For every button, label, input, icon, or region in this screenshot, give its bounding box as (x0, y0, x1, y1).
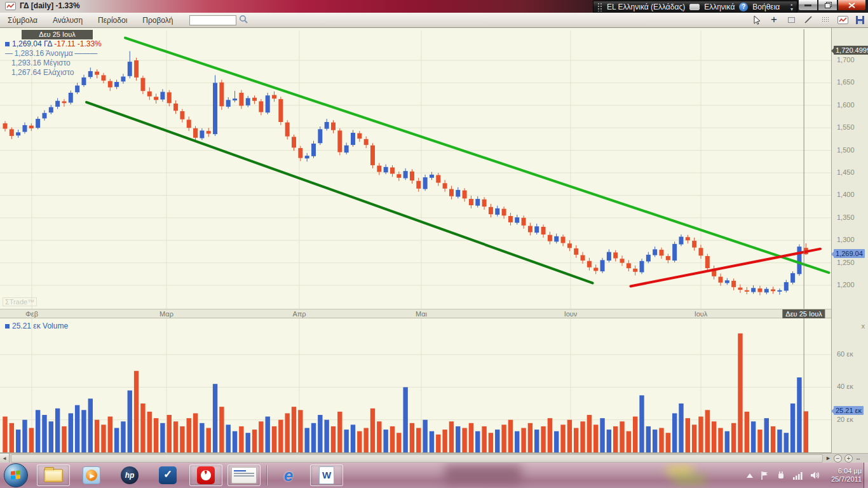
volume-bar (266, 417, 270, 452)
taskbar-media-player-button[interactable]: ▶ (75, 464, 108, 486)
fit-width-button[interactable]: ↔ (855, 455, 861, 461)
volume-bar (442, 430, 447, 452)
langbar-options-button[interactable]: ▪▾ (790, 3, 793, 11)
quote-last-row: 1,269.04 ΓΔ -17.11 -1.33% (5, 39, 102, 49)
taskbar-check-app-button[interactable]: ✓ (151, 464, 184, 486)
volume-bar (147, 412, 152, 452)
internet-explorer-icon: e (284, 466, 293, 485)
candle-body (108, 81, 112, 88)
taskbar-word-button[interactable]: W (310, 464, 343, 486)
save-icon[interactable] (854, 14, 865, 25)
candle-body (456, 190, 460, 197)
chart-type-icon[interactable] (837, 14, 848, 25)
last-volume-tag: 25.21 εκ (834, 406, 864, 415)
volume-bar (764, 418, 769, 452)
show-desktop-button[interactable] (864, 463, 868, 488)
power-plug-icon[interactable] (776, 471, 785, 480)
volume-bar (397, 433, 401, 452)
volume-pane[interactable] (0, 318, 831, 453)
language-bar[interactable]: EL Ελληνικά (Ελλάδας) Ελληνικά ? Βοήθεια… (593, 1, 797, 13)
volume-bar (607, 430, 611, 452)
candle-body (522, 218, 526, 226)
zoom-in-button[interactable]: + (844, 454, 853, 463)
show-hidden-icons-button[interactable] (747, 473, 753, 478)
volume-speaker-icon[interactable] (811, 471, 821, 480)
volume-bar (548, 418, 552, 452)
network-signal-icon[interactable] (793, 471, 803, 480)
menu-analysis[interactable]: Ανάλυση (45, 13, 90, 27)
volume-bar (495, 430, 499, 452)
trendline-tool-icon[interactable] (803, 14, 814, 25)
action-center-flag-icon[interactable] (761, 471, 769, 480)
vodafone-icon: ❜ (197, 466, 215, 484)
checkmark-icon: ✓ (159, 466, 177, 484)
restore-button[interactable] (818, 0, 837, 11)
price-axis-label: 1,450 (837, 168, 855, 176)
candle-body (587, 261, 592, 268)
keyboard-layout-label[interactable]: Ελληνικά (704, 3, 735, 11)
candle-body (292, 137, 296, 147)
scroll-left-button[interactable]: ◄ (0, 454, 10, 463)
volume-bar (738, 334, 742, 452)
volume-bar (469, 423, 473, 452)
candle-body (751, 288, 756, 292)
langbar-help-label[interactable]: Βοήθεια (752, 3, 780, 11)
taskbar-hp-button[interactable]: hp (113, 464, 146, 486)
candle-body (344, 146, 349, 152)
taskbar-ie-button[interactable]: e (272, 464, 305, 486)
taskbar: ▶ hp ✓ ❜ e W 6:04 μμ 25/7/2011 (0, 463, 868, 488)
volume-bar (797, 377, 801, 452)
candle-body (377, 166, 381, 172)
scrollbar-track[interactable] (11, 454, 823, 463)
volume-bar (692, 424, 696, 452)
volume-bar (200, 423, 204, 452)
candle-body (561, 237, 566, 243)
title-bar: ΓΔ [daily] -1.33% EL Ελληνικά (Ελλάδας) … (0, 0, 868, 13)
language-indicator[interactable]: EL Ελληνικά (Ελλάδας) (607, 3, 685, 11)
zoom-out-button[interactable]: − (834, 454, 842, 463)
last-price-tag: 1,269.04 (834, 249, 865, 258)
volume-bar (219, 407, 224, 452)
volume-bar (246, 433, 250, 452)
keyboard-icon (689, 4, 700, 10)
candle-body (593, 268, 598, 271)
taskbar-vodafone-button[interactable]: ❜ (189, 464, 222, 486)
taskbar-clock[interactable]: 6:04 μμ 25/7/2011 (831, 467, 862, 484)
menu-view[interactable]: Προβολή (135, 13, 180, 27)
candle-body (193, 128, 198, 138)
scroll-right-button[interactable]: ► (825, 455, 831, 461)
volume-bar (304, 428, 309, 452)
lower-channel-trendline[interactable] (86, 102, 592, 283)
quote-open-row: — 1,283.16 Άνοιγμα ——— (5, 49, 102, 58)
candle-body (502, 209, 506, 216)
menu-symbols[interactable]: Σύμβολα (0, 13, 45, 27)
crosshair-tool-icon[interactable]: + (768, 14, 780, 25)
menu-periods[interactable]: Περίοδοι (90, 13, 135, 27)
candle-body (337, 130, 342, 152)
taskbar-explorer-button[interactable] (37, 464, 70, 486)
help-icon[interactable]: ? (739, 3, 748, 11)
upper-channel-trendline[interactable] (125, 38, 829, 273)
volume-bar (580, 421, 585, 452)
symbol-search-input[interactable] (189, 15, 236, 25)
langbar-grip[interactable] (597, 3, 602, 11)
candle-body (646, 255, 651, 262)
pointer-tool-icon[interactable] (751, 14, 763, 25)
candle-body (305, 156, 309, 158)
volume-bar (757, 430, 762, 452)
close-button[interactable] (837, 0, 866, 11)
candle-body (403, 171, 408, 178)
minimize-button[interactable] (798, 0, 818, 11)
region-tool-icon[interactable] (785, 14, 797, 25)
volume-pane-close-icon[interactable]: x (862, 322, 865, 330)
candle-body (725, 280, 729, 283)
candle-body (252, 98, 257, 101)
taskbar-trading-app-button[interactable] (227, 464, 261, 486)
volume-bar (180, 426, 184, 452)
volume-bar (36, 410, 40, 452)
search-icon[interactable] (239, 15, 248, 26)
grid-tool-icon[interactable] (820, 14, 831, 25)
price-chart-pane[interactable] (0, 28, 831, 309)
start-button[interactable] (4, 463, 28, 487)
candle-body (764, 289, 769, 293)
